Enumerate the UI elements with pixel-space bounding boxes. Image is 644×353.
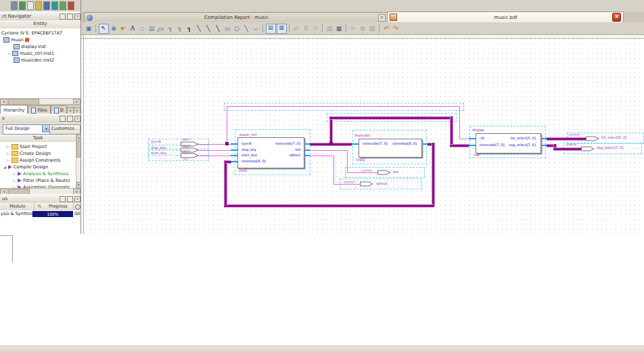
zoom-tool-icon[interactable]: ⊕ — [110, 24, 118, 33]
output-pin-name[interactable]: seg_select[7..0] — [597, 145, 624, 149]
close-tab-icon[interactable]: × — [378, 14, 386, 22]
output-pin-name[interactable]: spkout — [376, 181, 388, 185]
line-tool-icon[interactable]: ╲ — [242, 24, 251, 33]
tab-music-bdf[interactable]: music.bdf × — [387, 11, 624, 22]
pan-tool-icon[interactable]: ☛ — [119, 24, 128, 33]
expander-icon[interactable]: ◢ — [3, 164, 8, 170]
rubberbanding-vertical-icon[interactable]: ⊠ — [277, 24, 287, 34]
percent-column-header[interactable]: % — [37, 203, 41, 210]
tree-item-cyclone-iv-e-ep4ce6f17a7[interactable]: Cyclone IV E: EP4CE6F17A7 — [0, 30, 80, 37]
expander-icon[interactable]: ▷ — [13, 177, 18, 184]
task-fitter-place-route-[interactable]: ▷Fitter (Place & Route) — [0, 177, 76, 184]
bus-tonestep[interactable] — [224, 160, 227, 206]
close-tab-icon[interactable]: × — [612, 13, 621, 22]
oval-tool-icon[interactable]: ○ — [233, 24, 242, 33]
task-create-design[interactable]: ▷Create Design — [0, 150, 76, 157]
input-pin-name[interactable]: sysclk — [151, 139, 161, 143]
output-pin-symbol[interactable] — [360, 181, 373, 187]
net-stop-key[interactable] — [198, 150, 231, 151]
output-pin-name[interactable]: led — [393, 170, 398, 174]
customize-button[interactable]: Customize... — [49, 124, 80, 135]
bus-seg-select[interactable] — [553, 147, 582, 151]
net-sysclk[interactable] — [227, 106, 460, 107]
net-spkout[interactable] — [334, 156, 334, 184]
net-led[interactable] — [347, 172, 379, 173]
print-icon[interactable]: ▦ — [335, 24, 344, 33]
task-compile-design[interactable]: ◢Compile Design — [0, 164, 76, 170]
pin-icon[interactable] — [60, 14, 66, 20]
mini-toolbar-icon-1[interactable] — [11, 1, 18, 10]
mini-toolbar-icon-6[interactable] — [51, 1, 58, 10]
tab-compilation-report[interactable]: Compilation Report - music × — [84, 12, 388, 22]
mini-toolbar-icon-5[interactable] — [43, 1, 50, 10]
redo-icon[interactable]: ↷ — [392, 24, 400, 33]
task-assign-constraints[interactable]: ▷Assign Constraints — [0, 157, 76, 164]
diagonal-node-tool-icon[interactable]: ╲ — [195, 24, 204, 33]
module-column-header[interactable]: Module — [9, 203, 26, 210]
status-row[interactable]: ysis & Synthesis 100% 00:0 — [0, 210, 80, 218]
diagonal-conduit-tool-icon[interactable]: ╲ — [214, 24, 223, 33]
tree-item-display-inst[interactable]: display:inst — [0, 43, 80, 50]
bus-tonecode[interactable] — [329, 116, 453, 120]
bus-tonestep[interactable] — [224, 204, 434, 208]
mini-toolbar-icon-2[interactable] — [19, 1, 26, 10]
orthogonal-bus-tool-icon[interactable]: ┐ — [176, 24, 185, 33]
progress-column-header[interactable]: Progress — [49, 203, 68, 210]
text-tool-icon[interactable]: A — [129, 24, 137, 33]
rectangle-tool-icon[interactable]: ▭ — [223, 24, 232, 33]
bus-bit-select[interactable] — [547, 137, 587, 141]
mini-toolbar-icon-4[interactable] — [35, 1, 42, 10]
output-pin-symbol[interactable] — [377, 170, 391, 175]
close-icon[interactable]: × — [74, 196, 80, 202]
task-start-project[interactable]: ▷Start Project — [0, 143, 76, 150]
tree-item-musicdec-inst2[interactable]: musicdec:inst2 — [0, 57, 80, 64]
close-icon[interactable]: × — [74, 116, 80, 122]
attach-document-icon[interactable]: ▣ — [85, 24, 93, 33]
bus-tonecode[interactable] — [329, 116, 333, 145]
undo-icon[interactable]: ↶ — [382, 24, 391, 33]
float-icon[interactable] — [67, 116, 73, 122]
symbol-tool-icon[interactable]: ▤▾ — [147, 24, 156, 33]
net-sysclk[interactable] — [459, 139, 469, 139]
block-tool-icon[interactable]: ▭ — [157, 24, 166, 33]
net-spkout[interactable] — [310, 156, 334, 156]
diagonal-bus-tool-icon[interactable]: ╲ — [204, 24, 213, 33]
input-pin-name[interactable]: stop_key — [151, 145, 166, 149]
rubberbanding-horizontal-icon[interactable]: ⊞ — [266, 24, 276, 34]
pin-tool-icon[interactable]: ◇ — [138, 24, 147, 33]
mini-toolbar-icon-7[interactable] — [60, 1, 66, 10]
task-analysis-synthesis[interactable]: ▷Analysis & Synthesis — [0, 170, 76, 177]
flow-select[interactable]: Full Design — [3, 124, 51, 135]
output-pin-symbol[interactable] — [586, 136, 599, 141]
close-icon[interactable]: × — [74, 14, 80, 20]
net-sysclk[interactable] — [227, 106, 227, 144]
pin-icon[interactable] — [60, 116, 66, 122]
output-pin-name[interactable]: bit_select[5..0] — [601, 135, 626, 139]
mini-toolbar-icon-3[interactable] — [27, 1, 34, 10]
arc-tool-icon[interactable]: ⌣ — [252, 24, 260, 33]
net-spkout[interactable] — [334, 184, 361, 185]
bus-tonecode[interactable] — [450, 116, 453, 147]
expander-icon[interactable]: ▷ — [13, 170, 18, 177]
net-sysclk[interactable] — [459, 106, 460, 139]
tab-hierarchy[interactable]: Hierarchy — [0, 105, 28, 114]
net-led[interactable] — [347, 150, 348, 172]
bus-tonecode[interactable] — [450, 144, 469, 147]
selection-tool-icon[interactable]: ↖ — [99, 24, 109, 34]
net-start-key[interactable] — [198, 156, 231, 156]
mini-toolbar-icon-8[interactable] — [68, 1, 74, 10]
pin-icon[interactable] — [60, 196, 66, 202]
expander-icon[interactable]: ▷ — [7, 143, 12, 150]
float-icon[interactable] — [67, 14, 73, 20]
expander-icon[interactable]: ▷ — [7, 157, 12, 164]
orthogonal-node-tool-icon[interactable]: ┐ — [166, 24, 175, 33]
float-icon[interactable] — [67, 196, 73, 202]
bus-tonestep[interactable] — [432, 143, 435, 207]
orthogonal-conduit-tool-icon[interactable]: ┓ — [185, 24, 194, 33]
net-led[interactable] — [310, 150, 347, 151]
expander-icon[interactable]: ▷ — [7, 150, 12, 157]
output-pin-symbol[interactable] — [581, 146, 595, 151]
input-pin-name[interactable]: start_key — [151, 151, 166, 155]
tree-item-music[interactable]: music — [0, 37, 80, 43]
tree-item-music-ctrl-inst1[interactable]: ▷music_ctrl:inst1 — [0, 50, 80, 57]
